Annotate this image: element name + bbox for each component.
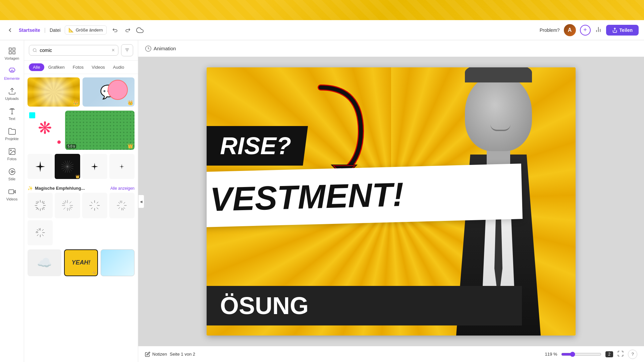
sidebar-item-projekte[interactable]: Projekte	[1, 125, 23, 143]
sidebar-item-uploads[interactable]: Uploads	[1, 84, 23, 103]
help-button[interactable]: ?	[628, 350, 637, 359]
page-counter: 2	[605, 351, 613, 357]
grid-item-2[interactable]: 💬 👑	[83, 77, 135, 107]
sidebar-icons: Vorlagen Elemente Uploads Text Projekte …	[0, 40, 24, 362]
sidebar-label-vorlagen: Vorlagen	[5, 56, 19, 60]
canvas-area: Animation ◀	[138, 40, 644, 362]
tab-audio[interactable]: Audio	[109, 63, 128, 71]
header-left: Startseite | Datei 📐 Größe ändern	[5, 25, 534, 35]
svg-line-45	[65, 200, 66, 203]
rise-text: RISE?	[207, 126, 308, 166]
svg-line-41	[63, 201, 65, 203]
svg-line-74	[37, 235, 39, 236]
animation-icon	[145, 45, 152, 52]
add-collaborator-button[interactable]: +	[580, 25, 591, 36]
size-change-button[interactable]: 📐 Größe ändern	[65, 25, 107, 35]
svg-rect-2	[9, 52, 11, 54]
header-toolbar: Startseite | Datei 📐 Größe ändern	[0, 20, 644, 40]
tab-alle[interactable]: Alle	[29, 63, 44, 71]
premium-icon-4: 👑	[127, 143, 133, 148]
sidebar-item-stile[interactable]: Stile	[1, 165, 23, 184]
duration-label: 5.0 s	[66, 144, 76, 148]
star-item-2[interactable]: 👑	[55, 154, 80, 179]
slide-canvas[interactable]: RISE? VESTMENT! ÖSUNG	[207, 67, 576, 336]
clear-search-button[interactable]: ×	[112, 47, 115, 53]
canvas-wrapper[interactable]: ◀	[138, 57, 644, 346]
sidebar-label-projekte: Projekte	[5, 137, 18, 141]
star-item-3[interactable]	[82, 154, 107, 179]
left-panel: × Alle Grafiken Fotos Videos Audio	[24, 40, 138, 362]
panel-content[interactable]: 👑 💬 👑 ❋ 5.	[24, 74, 138, 362]
sidebar-label-stile: Stile	[8, 177, 15, 181]
svg-line-64	[118, 207, 120, 209]
arrow-graphic	[294, 77, 394, 178]
svg-line-43	[69, 201, 71, 203]
burst-item-4[interactable]: 👑	[109, 193, 135, 218]
expand-icon	[617, 350, 624, 357]
burst-row: 👑 👑	[28, 193, 135, 245]
canvas-top-bar: Animation	[138, 40, 644, 57]
sidebar-label-elemente: Elemente	[4, 76, 19, 80]
expand-button[interactable]	[617, 350, 624, 358]
svg-line-66	[123, 208, 123, 210]
sidebar-label-text: Text	[8, 117, 15, 121]
sidebar-item-text[interactable]: Text	[1, 105, 23, 123]
status-bar: Notizen Seite 1 von 2 119 % 2 ?	[138, 346, 644, 362]
bottom-item-blue[interactable]: 👑	[101, 249, 135, 276]
svg-line-53	[91, 202, 93, 203]
notes-icon	[145, 352, 150, 357]
size-label: Größe ändern	[76, 27, 103, 33]
share-button[interactable]: Teilen	[606, 25, 639, 36]
svg-point-9	[33, 49, 36, 52]
undo-button[interactable]	[111, 25, 120, 35]
svg-line-26	[43, 208, 44, 209]
stats-button[interactable]	[595, 26, 602, 34]
bottom-item-cloud[interactable]: ☁️	[28, 249, 61, 276]
svg-line-31	[36, 203, 37, 204]
animation-label: Animation	[145, 45, 176, 52]
bottom-item-yeah[interactable]: YEAH! 👑	[64, 249, 98, 276]
zoom-slider[interactable]	[561, 352, 601, 357]
tab-fotos[interactable]: Fotos	[69, 63, 88, 71]
grid-item-3[interactable]: ❋	[28, 111, 62, 145]
sidebar-label-uploads: Uploads	[5, 97, 18, 101]
filter-button[interactable]	[121, 44, 133, 56]
burst-item-3[interactable]: 👑	[82, 193, 107, 218]
burst-item-5[interactable]: 👑	[28, 220, 53, 245]
svg-point-6	[10, 150, 11, 151]
vestment-text: VESTMENT!	[207, 164, 523, 228]
burst-item-2[interactable]: 👑	[55, 193, 80, 218]
magic-title: ✨ Magische Empfehlung...	[28, 186, 85, 191]
svg-line-42	[69, 207, 71, 209]
sidebar-item-vorlagen[interactable]: Vorlagen	[1, 44, 23, 63]
problem-link[interactable]: Problem?	[540, 27, 560, 33]
sidebar-item-videos[interactable]: Videos	[1, 185, 23, 204]
star-item-1[interactable]	[28, 154, 53, 179]
zoom-display: 119 %	[545, 352, 557, 357]
svg-line-25	[36, 201, 38, 203]
tab-videos[interactable]: Videos	[88, 63, 109, 71]
back-button[interactable]	[5, 25, 15, 35]
sidebar-item-fotos[interactable]: Fotos	[1, 145, 23, 164]
notes-button[interactable]: Notizen	[145, 352, 167, 357]
star-item-4[interactable]	[109, 154, 135, 179]
svg-line-62	[124, 207, 125, 209]
collapse-panel-button[interactable]: ◀	[138, 195, 144, 208]
burst-item-1[interactable]: 👑	[28, 193, 53, 218]
home-link[interactable]: Startseite	[19, 27, 40, 33]
avatar[interactable]: A	[564, 24, 576, 36]
stars-row: 👑	[28, 154, 135, 179]
tab-grafiken[interactable]: Grafiken	[44, 63, 69, 71]
redo-button[interactable]	[123, 25, 132, 35]
grid-item-4[interactable]: 5.0 s 👑	[65, 111, 135, 150]
svg-line-73	[42, 229, 43, 231]
search-input[interactable]	[40, 48, 109, 53]
svg-line-29	[38, 201, 38, 202]
file-menu[interactable]: Datei	[50, 27, 61, 33]
cloud-save-button[interactable]	[135, 25, 145, 35]
sidebar-item-elemente[interactable]: Elemente	[1, 64, 23, 83]
svg-rect-3	[13, 52, 15, 54]
show-all-link[interactable]: Alle anzeigen	[110, 186, 135, 191]
svg-line-72	[42, 235, 43, 236]
grid-item-1[interactable]: 👑	[28, 77, 80, 107]
